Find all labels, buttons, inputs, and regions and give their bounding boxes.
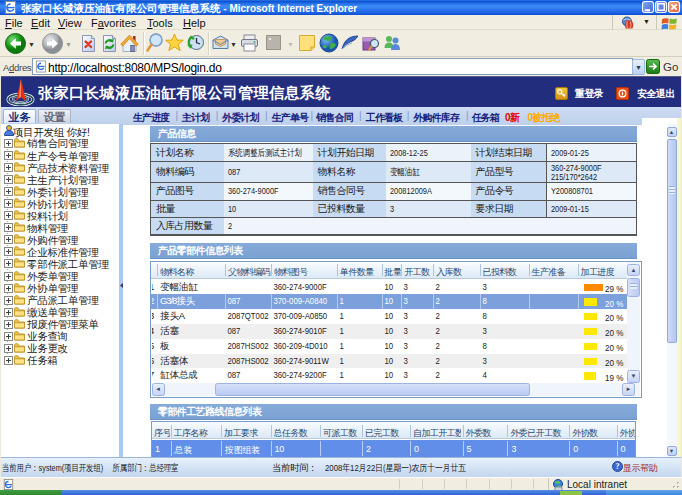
svg-text:?: ?	[616, 462, 620, 471]
